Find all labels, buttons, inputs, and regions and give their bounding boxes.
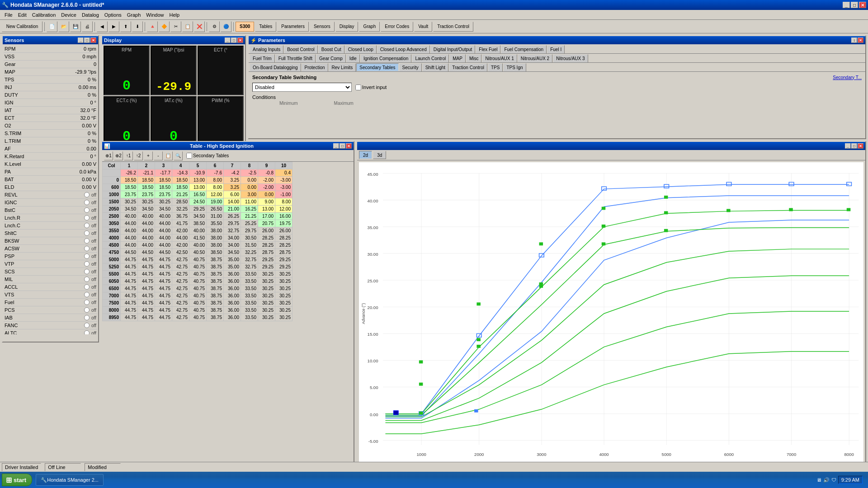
cell-2-1[interactable]: 18.50: [138, 184, 155, 191]
cell-15-3[interactable]: 42.75: [172, 278, 189, 285]
cell-19-6[interactable]: 36.00: [224, 307, 241, 314]
cell-12-1[interactable]: 44.75: [138, 256, 155, 263]
cell-12-6[interactable]: 35.00: [224, 256, 241, 263]
tab-nitrous-aux1[interactable]: Nitrous/AUX 1: [482, 54, 517, 62]
cell-18-9[interactable]: 30.25: [275, 300, 292, 307]
cell-11-7[interactable]: 32.25: [241, 249, 258, 256]
toolbar-upload[interactable]: ⬆: [120, 21, 131, 32]
cell-5-4[interactable]: 29.25: [189, 206, 207, 213]
cell-1-2[interactable]: 18.50: [155, 177, 172, 184]
menu-options[interactable]: Options: [102, 11, 124, 19]
cell-20-5[interactable]: 38.75: [207, 314, 224, 321]
cell-0-3[interactable]: -14.3: [172, 169, 189, 177]
cell-1-9[interactable]: -3.00: [275, 177, 292, 184]
cell-18-4[interactable]: 40.75: [189, 300, 207, 307]
tab-security[interactable]: Security: [399, 63, 422, 71]
cell-8-9[interactable]: 26.00: [275, 227, 292, 235]
tables-button[interactable]: Tables: [255, 22, 276, 32]
toolbar-icon1[interactable]: 🔺: [147, 21, 158, 32]
cell-4-7[interactable]: 11.00: [241, 198, 258, 206]
tab-boost-control[interactable]: Boost Control: [284, 45, 318, 53]
tab-launch-control[interactable]: Launch Control: [412, 54, 449, 62]
tab-digital-io[interactable]: Digital Input/Output: [430, 45, 476, 53]
cell-14-7[interactable]: 33.50: [241, 271, 258, 278]
cell-0-8[interactable]: -0.8: [258, 169, 275, 177]
cell-18-7[interactable]: 33.50: [241, 300, 258, 307]
cell-12-4[interactable]: 40.75: [189, 256, 207, 263]
cell-19-5[interactable]: 38.75: [207, 307, 224, 314]
toolbar-forward[interactable]: ▶: [108, 21, 119, 32]
params-close[interactable]: ✕: [858, 38, 863, 43]
cell-13-3[interactable]: 42.75: [172, 263, 189, 271]
cell-11-5[interactable]: 38.50: [207, 249, 224, 256]
cell-17-1[interactable]: 44.75: [138, 292, 155, 300]
cell-7-1[interactable]: 44.00: [138, 220, 155, 227]
sensors-button[interactable]: Sensors: [310, 22, 335, 32]
menu-window[interactable]: Window: [143, 11, 166, 19]
menu-device[interactable]: Device: [58, 11, 79, 19]
cell-14-2[interactable]: 44.75: [155, 271, 172, 278]
tab-nitrous-aux3[interactable]: Nitrous/AUX 3: [553, 54, 588, 62]
cell-6-5[interactable]: 31.00: [207, 213, 224, 220]
tab-ignition-compensation[interactable]: Ignition Compensation: [360, 54, 412, 62]
cell-2-8[interactable]: -2.00: [258, 184, 275, 191]
cell-7-2[interactable]: 44.00: [155, 220, 172, 227]
cell-4-8[interactable]: 9.00: [258, 198, 275, 206]
tab-closed-loop-advanced[interactable]: Closed Loop Advanced: [377, 45, 430, 53]
cell-4-3[interactable]: 28.50: [172, 198, 189, 206]
cell-1-1[interactable]: 18.50: [138, 177, 155, 184]
cell-14-3[interactable]: 42.75: [172, 271, 189, 278]
cell-12-3[interactable]: 42.75: [172, 256, 189, 263]
menu-help[interactable]: Help: [166, 11, 182, 19]
cell-19-4[interactable]: 40.75: [189, 307, 207, 314]
cell-8-1[interactable]: 44.00: [138, 227, 155, 235]
cell-6-9[interactable]: 16.00: [275, 213, 292, 220]
table-copy[interactable]: 📋: [164, 151, 173, 160]
cell-11-8[interactable]: 28.75: [258, 249, 275, 256]
tab-rev-limits[interactable]: Rev Limits: [329, 63, 356, 71]
tab-tps-ign[interactable]: TPS Ign: [503, 63, 526, 71]
table-subtract[interactable]: -: [154, 151, 163, 160]
s300-button[interactable]: S300: [236, 22, 254, 32]
cell-15-0[interactable]: 44.75: [121, 278, 138, 285]
cell-11-4[interactable]: 40.50: [189, 249, 207, 256]
toolbar-open[interactable]: 📂: [58, 21, 69, 32]
params-resize[interactable]: ↕: [851, 38, 857, 43]
toolbar-save[interactable]: 💾: [70, 21, 81, 32]
cell-13-2[interactable]: 44.75: [155, 263, 172, 271]
cell-2-4[interactable]: 13.00: [189, 184, 207, 191]
cell-14-8[interactable]: 30.25: [258, 271, 275, 278]
tab-traction-control[interactable]: Traction Control: [449, 63, 487, 71]
cell-10-8[interactable]: 28.25: [258, 242, 275, 249]
cell-8-7[interactable]: 29.75: [241, 227, 258, 235]
cell-0-5[interactable]: -7.6: [207, 169, 224, 177]
cell-9-5[interactable]: 38.00: [207, 235, 224, 242]
cell-9-7[interactable]: 30.50: [241, 235, 258, 242]
cell-5-8[interactable]: 13.00: [258, 206, 275, 213]
cell-12-0[interactable]: 44.75: [121, 256, 138, 263]
cell-17-8[interactable]: 30.25: [258, 292, 275, 300]
menu-calibration[interactable]: Calibration: [29, 11, 59, 19]
cell-3-0[interactable]: 23.75: [121, 191, 138, 198]
cell-16-8[interactable]: 30.25: [258, 285, 275, 292]
cell-16-2[interactable]: 44.75: [155, 285, 172, 292]
cell-6-8[interactable]: 17.00: [258, 213, 275, 220]
cell-5-9[interactable]: 12.00: [275, 206, 292, 213]
cell-3-8[interactable]: 0.00: [258, 191, 275, 198]
cell-16-0[interactable]: 44.75: [121, 285, 138, 292]
table-maximize[interactable]: □: [340, 143, 345, 149]
tab-closed-loop[interactable]: Closed Loop: [345, 45, 377, 53]
cell-10-0[interactable]: 44.00: [121, 242, 138, 249]
cell-8-8[interactable]: 26.00: [258, 227, 275, 235]
cell-4-4[interactable]: 24.50: [189, 198, 207, 206]
cell-4-6[interactable]: 14.00: [224, 198, 241, 206]
cell-17-9[interactable]: 30.25: [275, 292, 292, 300]
cell-8-4[interactable]: 40.00: [189, 227, 207, 235]
cell-16-5[interactable]: 38.75: [207, 285, 224, 292]
cell-15-6[interactable]: 36.00: [224, 278, 241, 285]
cell-18-8[interactable]: 30.25: [258, 300, 275, 307]
cell-11-2[interactable]: 44.50: [155, 249, 172, 256]
cell-12-2[interactable]: 44.75: [155, 256, 172, 263]
cell-0-7[interactable]: -2.5: [241, 169, 258, 177]
cell-15-1[interactable]: 44.75: [138, 278, 155, 285]
